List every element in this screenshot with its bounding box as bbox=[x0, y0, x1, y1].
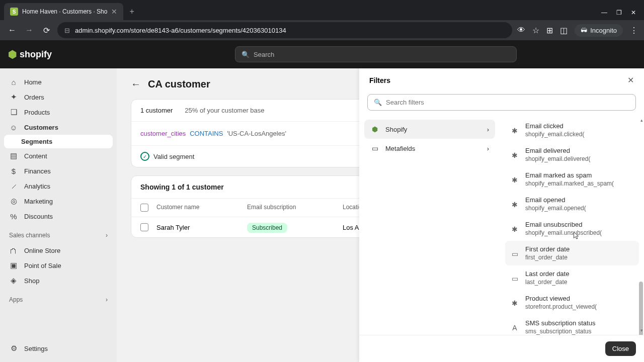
back-icon[interactable]: ← bbox=[6, 26, 18, 35]
filter-list[interactable]: ▴ ✱Email clickedshopify_email.clicked( ✱… bbox=[500, 116, 644, 335]
scroll-down-icon[interactable]: ▾ bbox=[640, 328, 643, 333]
category-label: Metafields bbox=[385, 145, 415, 152]
burst-icon: ✱ bbox=[510, 172, 519, 187]
minimize-icon[interactable]: — bbox=[601, 9, 607, 16]
filter-item-last-order-date[interactable]: ▭Last order datelast_order_date bbox=[505, 265, 639, 290]
finances-icon: $ bbox=[9, 166, 18, 175]
filter-item-first-order-date[interactable]: ▭First order datefirst_order_date bbox=[505, 241, 639, 265]
category-label: Shopify bbox=[385, 126, 407, 133]
close-button[interactable]: Close bbox=[605, 341, 636, 356]
filter-item-email-clicked[interactable]: ✱Email clickedshopify_email.clicked( bbox=[505, 118, 639, 142]
sales-channels-header[interactable]: Sales channels› bbox=[4, 228, 113, 243]
metafields-icon: ▭ bbox=[370, 144, 379, 153]
sidebar-item-orders[interactable]: ✦Orders bbox=[4, 89, 113, 105]
eye-off-icon[interactable]: 👁 bbox=[517, 26, 525, 35]
check-circle-icon: ✓ bbox=[140, 152, 149, 161]
close-window-icon[interactable]: ✕ bbox=[631, 9, 636, 16]
discounts-icon: % bbox=[9, 212, 18, 221]
menu-icon[interactable]: ⋮ bbox=[630, 26, 638, 35]
chevron-right-icon: › bbox=[106, 296, 108, 303]
sidebar-item-products[interactable]: ❑Products bbox=[4, 105, 113, 120]
customer-name: Sarah Tyler bbox=[156, 224, 247, 231]
scrollbar-thumb[interactable] bbox=[639, 282, 643, 335]
filter-category-shopify[interactable]: ⬢Shopify › bbox=[364, 120, 495, 139]
reload-icon[interactable]: ⟳ bbox=[40, 26, 52, 35]
shop-icon: ◈ bbox=[9, 276, 18, 285]
filter-item-email-unsubscribed[interactable]: ✱Email unsubscribedshopify_email.unsubsc… bbox=[505, 216, 639, 241]
row-checkbox[interactable] bbox=[140, 223, 148, 231]
forward-icon[interactable]: → bbox=[23, 26, 35, 35]
new-tab-button[interactable]: + bbox=[123, 3, 140, 20]
url-text: admin.shopify.com/store/de8143-a6/custom… bbox=[75, 27, 286, 34]
customer-count: 1 customer bbox=[140, 107, 173, 114]
sidebar-item-label: Orders bbox=[24, 94, 44, 101]
burst-icon: ✱ bbox=[510, 296, 519, 310]
orders-icon: ✦ bbox=[9, 93, 18, 102]
calendar-icon: ▭ bbox=[510, 271, 519, 286]
filter-item-email-opened[interactable]: ✱Email openedshopify_email.opened( bbox=[505, 192, 639, 216]
bookmark-icon[interactable]: ☆ bbox=[532, 26, 539, 35]
sidebar-item-settings[interactable]: ⚙Settings bbox=[4, 341, 113, 356]
select-all-checkbox[interactable] bbox=[140, 204, 148, 212]
marketing-icon: ◎ bbox=[9, 197, 18, 206]
customers-icon: ☺ bbox=[9, 123, 18, 132]
app-header: ⬢ shopify 🔍 Search bbox=[0, 40, 644, 68]
sidebar-item-customers[interactable]: ☺Customers bbox=[4, 120, 113, 135]
window-controls: — ❐ ✕ bbox=[601, 5, 640, 20]
side-panel-icon[interactable]: ◫ bbox=[560, 26, 568, 35]
sidebar-item-discounts[interactable]: %Discounts bbox=[4, 209, 113, 224]
incognito-badge[interactable]: 🕶 Incognito bbox=[575, 24, 623, 37]
subscription-badge: Subscribed bbox=[247, 223, 287, 233]
filter-categories: ⬢Shopify › ▭Metafields › bbox=[359, 116, 500, 335]
sidebar-item-content[interactable]: ▤Content bbox=[4, 148, 113, 163]
apps-header[interactable]: Apps› bbox=[4, 292, 113, 307]
shopify-bag-icon: ⬢ bbox=[370, 125, 379, 134]
filter-item-email-spam[interactable]: ✱Email marked as spamshopify_email.marke… bbox=[505, 167, 639, 192]
filter-item-product-viewed[interactable]: ✱Product viewedstorefront.product_viewed… bbox=[505, 290, 639, 315]
browser-tab[interactable]: S Home Haven · Customers · Sho ✕ bbox=[4, 3, 123, 20]
gear-icon: ⚙ bbox=[9, 344, 18, 353]
sidebar-item-pos[interactable]: ▣Point of Sale bbox=[4, 258, 113, 273]
sidebar-item-label: Online Store bbox=[24, 247, 60, 254]
maximize-icon[interactable]: ❐ bbox=[616, 9, 622, 16]
sidebar-item-label: Segments bbox=[21, 138, 52, 145]
browser-tab-strip: S Home Haven · Customers · Sho ✕ + — ❐ ✕ bbox=[0, 0, 644, 20]
back-arrow-icon[interactable]: ← bbox=[131, 78, 141, 90]
sidebar-item-segments[interactable]: Segments bbox=[4, 135, 113, 148]
filter-item-sms-subscription[interactable]: ASMS subscription statussms_subscription… bbox=[505, 315, 639, 335]
chevron-right-icon: › bbox=[106, 232, 108, 239]
filter-search[interactable]: 🔍 bbox=[367, 94, 636, 111]
search-placeholder: Search bbox=[254, 51, 274, 58]
segment-status-label: Valid segment bbox=[153, 153, 194, 160]
sidebar-item-marketing[interactable]: ◎Marketing bbox=[4, 194, 113, 209]
column-header-name[interactable]: Customer name bbox=[156, 204, 247, 212]
global-search[interactable]: 🔍 Search bbox=[235, 46, 517, 62]
incognito-label: Incognito bbox=[590, 27, 617, 34]
sidebar-item-shop[interactable]: ◈Shop bbox=[4, 273, 113, 288]
products-icon: ❑ bbox=[9, 108, 18, 117]
shopify-logo[interactable]: ⬢ shopify bbox=[8, 48, 52, 60]
filter-item-email-delivered[interactable]: ✱Email deliveredshopify_email.delivered( bbox=[505, 142, 639, 167]
sidebar: ⌂Home ✦Orders ❑Products ☺Customers Segme… bbox=[0, 68, 117, 362]
sidebar-item-home[interactable]: ⌂Home bbox=[4, 74, 113, 89]
burst-icon: ✱ bbox=[510, 222, 519, 236]
sidebar-item-label: Products bbox=[24, 109, 50, 116]
filter-search-input[interactable] bbox=[386, 99, 629, 106]
filters-panel: Filters ✕ 🔍 ⬢Shopify › ▭Metafields › ▴ ✱… bbox=[359, 68, 644, 362]
search-icon: 🔍 bbox=[242, 51, 250, 58]
sidebar-item-label: Marketing bbox=[24, 198, 53, 205]
incognito-icon: 🕶 bbox=[581, 27, 587, 34]
sidebar-item-online-store[interactable]: ⛫Online Store bbox=[4, 243, 113, 258]
site-info-icon[interactable]: ⊟ bbox=[64, 27, 70, 34]
column-header-subscription[interactable]: Email subscription bbox=[247, 204, 343, 212]
sidebar-item-finances[interactable]: $Finances bbox=[4, 163, 113, 178]
customer-base-pct: 25% of your customer base bbox=[185, 107, 264, 114]
extensions-icon[interactable]: ⊞ bbox=[546, 26, 553, 35]
scroll-up-icon[interactable]: ▴ bbox=[640, 118, 643, 123]
url-bar[interactable]: ⊟ admin.shopify.com/store/de8143-a6/cust… bbox=[57, 22, 512, 38]
close-icon[interactable]: ✕ bbox=[111, 8, 117, 16]
filter-category-metafields[interactable]: ▭Metafields › bbox=[364, 139, 495, 158]
sidebar-item-analytics[interactable]: ⟋Analytics bbox=[4, 178, 113, 194]
close-icon[interactable]: ✕ bbox=[627, 75, 634, 85]
brand-name: shopify bbox=[20, 49, 52, 60]
